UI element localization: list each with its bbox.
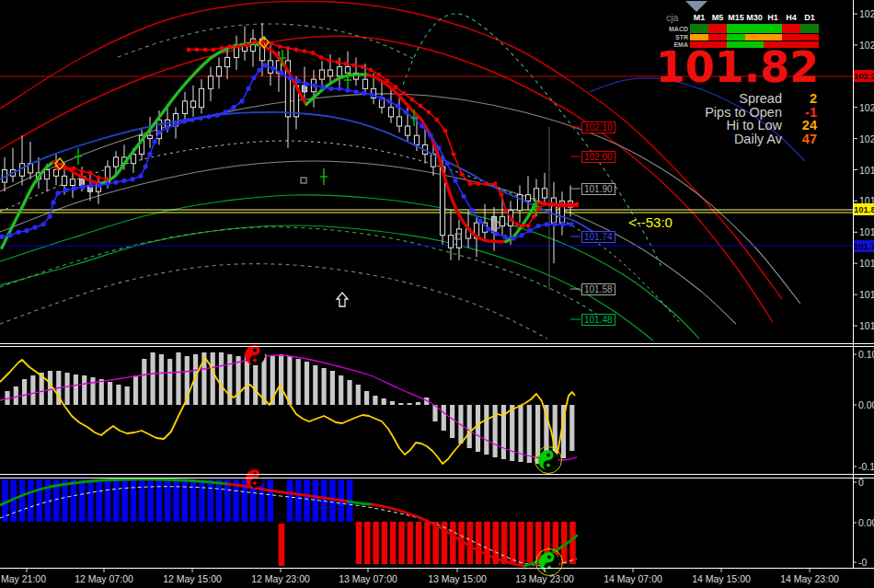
dot [452, 152, 456, 156]
dot [527, 228, 532, 233]
dot [245, 43, 249, 48]
dot [173, 122, 178, 127]
dot [569, 222, 573, 226]
dot [304, 82, 308, 86]
dot [251, 75, 256, 80]
dot [500, 192, 504, 197]
dot [511, 236, 515, 240]
dot [402, 91, 407, 96]
dot [370, 93, 374, 98]
dot [510, 217, 514, 222]
candle-body [182, 101, 187, 114]
dot [477, 181, 481, 186]
dot [427, 110, 431, 114]
dot [551, 202, 556, 206]
candle-body [517, 195, 522, 211]
dot [63, 166, 68, 170]
dot [352, 63, 357, 68]
dot [544, 222, 548, 226]
candle-body [147, 135, 152, 138]
dot [395, 103, 399, 108]
dot [51, 200, 55, 204]
dot [295, 78, 300, 83]
dot [443, 129, 448, 133]
yy-eye [253, 481, 257, 485]
candle-body [525, 195, 530, 202]
dot [337, 86, 341, 91]
sell-smiley-macd [245, 345, 265, 365]
dot [147, 152, 152, 156]
dot [468, 181, 473, 186]
dot [369, 68, 374, 73]
dot [32, 225, 37, 230]
dot [428, 133, 432, 138]
candle-body [302, 86, 306, 92]
dot [138, 174, 143, 179]
dot [521, 224, 525, 228]
candle-body [388, 108, 393, 117]
dot [257, 67, 261, 72]
dot [203, 48, 208, 52]
dot [206, 114, 211, 119]
dot [253, 40, 258, 44]
candle-body [362, 79, 367, 88]
dot [143, 165, 147, 169]
dot [494, 231, 499, 236]
yy-eye [253, 359, 257, 363]
dot [526, 224, 531, 228]
dot [361, 64, 365, 69]
dot [460, 172, 465, 177]
dot [7, 233, 12, 237]
dot [311, 51, 316, 55]
dot [40, 222, 45, 226]
dot [212, 48, 216, 52]
dot [303, 49, 307, 53]
dot [278, 44, 282, 49]
dot [228, 44, 233, 49]
dot [319, 55, 324, 60]
yy-eye [547, 556, 551, 559]
candle-body [328, 70, 332, 76]
dot [286, 46, 291, 51]
candle-body [53, 170, 58, 177]
dot [239, 98, 244, 103]
dot [63, 188, 68, 192]
candle-body [113, 157, 118, 167]
dot [519, 233, 523, 237]
dot [47, 214, 52, 219]
dot [435, 118, 440, 122]
dot [419, 104, 423, 109]
yy-eye [546, 464, 550, 467]
dot [486, 226, 490, 231]
dot [575, 202, 580, 206]
dot [312, 83, 316, 87]
chart-canvas[interactable] [0, 0, 874, 588]
dot [294, 48, 299, 52]
dot [72, 186, 76, 190]
dot [410, 98, 415, 102]
dot [80, 185, 85, 190]
dot [344, 62, 349, 66]
dot [231, 105, 236, 110]
dot [552, 222, 557, 226]
candle-body [190, 101, 195, 108]
candle-body [208, 76, 213, 89]
dot [105, 181, 109, 186]
dot [386, 98, 391, 103]
dot [394, 85, 398, 89]
dot [377, 73, 382, 77]
candle-body [414, 135, 419, 144]
dot [195, 48, 200, 52]
candle-body [199, 88, 203, 107]
candle-body [319, 70, 324, 79]
dot [320, 85, 325, 89]
dot [97, 176, 101, 180]
dot [461, 194, 466, 199]
candle-body [70, 179, 75, 186]
candle-body [534, 189, 538, 202]
dot [568, 202, 572, 206]
mt4-chart-window: cja M1M5M15M30H1H4D1 MACDSTREMA 101.82 S… [0, 0, 874, 588]
dot [130, 177, 134, 181]
dot [88, 183, 93, 188]
candle-body [500, 216, 504, 225]
